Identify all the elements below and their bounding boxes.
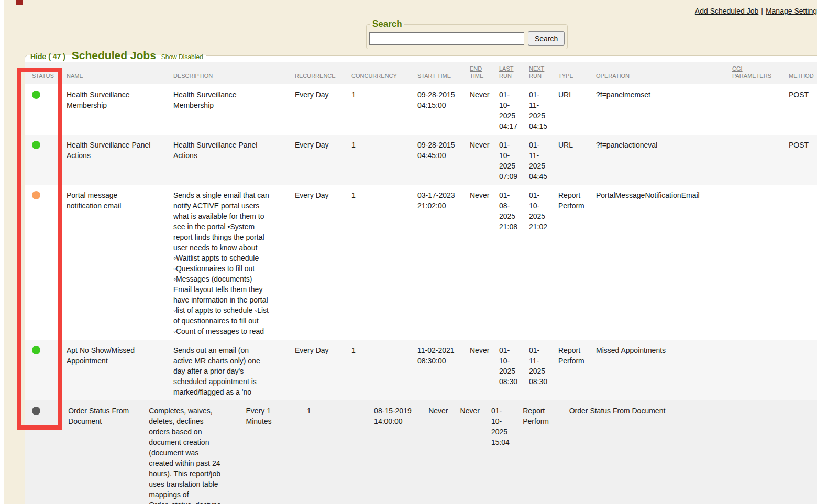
type-cell: Report Perform	[523, 400, 569, 504]
table-row: Order Status From Document Completes, wa…	[25, 400, 817, 504]
column-header-description[interactable]: DESCRIPTION	[173, 62, 295, 84]
operation-cell: Missed Appointments	[596, 340, 732, 400]
scheduled-jobs-legend: Hide ( 47 ) Scheduled Jobs Show Disabled	[27, 49, 206, 62]
description-cell: Health Surveillance Membership	[173, 84, 295, 135]
status-cell	[25, 84, 67, 135]
search-input[interactable]	[369, 32, 524, 45]
end-time-cell: Never	[470, 84, 499, 135]
end-time-cell: Never	[470, 340, 499, 400]
method-cell: POST	[789, 84, 817, 135]
top-links: Add Scheduled Job|Manage Setting	[695, 7, 817, 15]
operation-cell: ?f=panelmemset	[596, 84, 732, 135]
search-button[interactable]: Search	[528, 31, 565, 46]
column-header-operation[interactable]: OPERATION	[596, 62, 732, 84]
page-title: Scheduled Jobs	[72, 49, 156, 61]
operation-cell: ?f=panelactioneval	[596, 135, 732, 185]
header-row: STATUS NAME DESCRIPTION RECURRENCE CONCU…	[25, 62, 817, 84]
operation-cell: Order Status From Document	[569, 400, 733, 504]
search-panel: Search Search	[366, 19, 568, 49]
last-run-cell: 01- 10- 2025 07:09	[499, 135, 529, 185]
method-cell	[789, 340, 817, 400]
links-separator: |	[761, 7, 763, 15]
cgi-parameters-cell	[732, 340, 789, 400]
end-time-cell: Never	[470, 185, 499, 340]
manage-settings-link[interactable]: Manage Setting	[766, 7, 817, 15]
column-header-concurrency[interactable]: CONCURRENCY	[351, 62, 417, 84]
concurrency-cell: 1	[351, 340, 417, 400]
scheduled-jobs-panel: Hide ( 47 ) Scheduled Jobs Show Disabled…	[25, 49, 817, 504]
left-edge-strip	[0, 0, 4, 504]
name-cell: Health Surveillance Panel Actions	[67, 135, 173, 185]
table-row: Health Surveillance Membership Health Su…	[25, 84, 817, 135]
type-cell: URL	[558, 135, 596, 185]
jobs-table: STATUS NAME DESCRIPTION RECURRENCE CONCU…	[25, 62, 817, 400]
status-cell	[25, 400, 68, 504]
type-cell: URL	[558, 84, 596, 135]
status-dot	[32, 91, 40, 99]
next-run-cell: 01- 10- 2025 21:02	[529, 185, 558, 340]
column-header-last-run[interactable]: LAST RUN	[499, 62, 529, 84]
method-cell: POST	[789, 135, 817, 185]
column-header-status[interactable]: STATUS	[25, 62, 67, 84]
scheduled-jobs-page: Add Scheduled Job|Manage Setting Search …	[0, 0, 817, 504]
description-cell: Sends a single email that can notify ACT…	[173, 185, 295, 340]
method-cell	[787, 400, 817, 504]
show-disabled-link[interactable]: Show Disabled	[161, 53, 203, 61]
start-time-cell: 09-28-2015 04:15:00	[417, 84, 470, 135]
recurrence-cell: Every Day	[295, 340, 351, 400]
operation-cell: PortalMessageNotificationEmail	[596, 185, 732, 340]
description-cell: Health Surveillance Panel Actions	[173, 135, 295, 185]
cgi-parameters-cell	[732, 185, 789, 340]
next-run-cell: 01- 10- 2025 15:04	[491, 400, 523, 504]
start-time-cell: 08-15-2019 14:00:00	[374, 400, 428, 504]
name-cell: Health Surveillance Membership	[67, 84, 173, 135]
next-run-cell: 01- 11- 2025 04:45	[529, 135, 558, 185]
next-run-cell: 01- 11- 2025 04:15	[529, 84, 558, 135]
cgi-parameters-cell	[733, 400, 787, 504]
last-run-cell: 01- 10- 2025 04:17	[499, 84, 529, 135]
red-corner-marker	[16, 0, 23, 5]
last-run-cell: Never	[460, 400, 491, 504]
table-row: Apt No Show/Missed Appointment Sends out…	[25, 340, 817, 400]
recurrence-cell: Every 1 Minutes	[246, 400, 307, 504]
table-row: Health Surveillance Panel Actions Health…	[25, 135, 817, 185]
jobs-table-continued: Order Status From Document Completes, wa…	[25, 400, 817, 504]
column-header-cgi-parameters[interactable]: CGI PARAMETERS	[732, 62, 789, 84]
status-dot	[32, 191, 40, 199]
recurrence-cell: Every Day	[295, 84, 351, 135]
status-dot	[32, 141, 40, 149]
recurrence-cell: Every Day	[295, 135, 351, 185]
status-cell	[25, 340, 67, 400]
column-header-name[interactable]: NAME	[67, 62, 173, 84]
last-run-cell: 01- 10- 2025 08:30	[499, 340, 529, 400]
column-header-type[interactable]: TYPE	[558, 62, 596, 84]
status-cell	[25, 185, 67, 340]
concurrency-cell: 1	[351, 185, 417, 340]
concurrency-cell: 1	[351, 84, 417, 135]
description-cell: Sends out an email (on active MR charts …	[173, 340, 295, 400]
column-header-next-run[interactable]: NEXT RUN	[529, 62, 558, 84]
start-time-cell: 11-02-2021 08:30:00	[417, 340, 470, 400]
concurrency-cell: 1	[351, 135, 417, 185]
description-cell: Completes, waives, deletes, declines ord…	[149, 400, 246, 504]
column-header-end-time[interactable]: END TIME	[470, 62, 499, 84]
add-scheduled-job-link[interactable]: Add Scheduled Job	[695, 7, 758, 15]
table-row: Portal message notification email Sends …	[25, 185, 817, 340]
last-run-cell: 01- 08- 2025 21:08	[499, 185, 529, 340]
hide-count-link[interactable]: Hide ( 47 )	[30, 52, 65, 61]
column-header-method[interactable]: METHOD	[789, 62, 817, 84]
status-cell	[25, 135, 67, 185]
search-legend: Search	[370, 19, 404, 29]
status-dot	[32, 407, 40, 415]
start-time-cell: 09-28-2015 04:45:00	[417, 135, 470, 185]
name-cell: Apt No Show/Missed Appointment	[67, 340, 173, 400]
name-cell: Order Status From Document	[68, 400, 149, 504]
end-time-cell: Never	[470, 135, 499, 185]
column-header-recurrence[interactable]: RECURRENCE	[295, 62, 351, 84]
start-time-cell: 03-17-2023 21:02:00	[417, 185, 470, 340]
type-cell: Report Perform	[558, 185, 596, 340]
type-cell: Report Perform	[558, 340, 596, 400]
column-header-start-time[interactable]: START TIME	[417, 62, 470, 84]
status-dot	[32, 346, 40, 354]
method-cell	[789, 185, 817, 340]
